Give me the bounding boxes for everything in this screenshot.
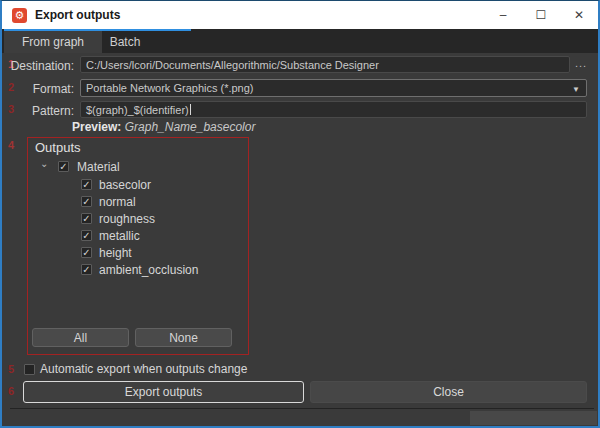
- output-label-ambient-occlusion: ambient_occlusion: [99, 263, 198, 277]
- minimize-button[interactable]: –: [484, 1, 522, 29]
- chevron-down-icon: ▼: [572, 85, 580, 94]
- format-selected-value: Portable Network Graphics (*.png): [86, 82, 254, 94]
- output-checkbox-height[interactable]: ✓: [81, 247, 92, 258]
- annotation-6: 6: [8, 385, 22, 397]
- window-controls: – ☐ ✕: [484, 1, 598, 29]
- all-button[interactable]: All: [32, 328, 129, 347]
- maximize-button[interactable]: ☐: [522, 1, 560, 29]
- output-checkbox-normal[interactable]: ✓: [81, 196, 92, 207]
- format-label: Format:: [2, 82, 74, 96]
- auto-export-label: Automatic export when outputs change: [40, 362, 247, 376]
- output-label-height: height: [99, 246, 132, 260]
- preview-line: Preview: Graph_Name_basecolor: [72, 120, 255, 134]
- title-bar: ⚙ Export outputs – ☐ ✕: [2, 1, 598, 29]
- output-checkbox-metallic[interactable]: ✓: [81, 230, 92, 241]
- tab-bar: From graph Batch: [2, 29, 598, 53]
- none-button[interactable]: None: [135, 328, 232, 347]
- window-title: Export outputs: [35, 8, 120, 22]
- outputs-title: Outputs: [35, 140, 81, 155]
- preview-value: Graph_Name_basecolor: [125, 120, 256, 134]
- tab-from-graph[interactable]: From graph: [4, 31, 102, 53]
- tree-collapse-icon[interactable]: ⌄: [40, 158, 48, 169]
- output-label-roughness: roughness: [99, 212, 155, 226]
- output-checkbox-basecolor[interactable]: ✓: [81, 179, 92, 190]
- pattern-input[interactable]: $(graph)_$(identifier): [80, 101, 587, 118]
- status-bar-divider: [10, 408, 594, 409]
- status-bar-chip: [470, 411, 597, 425]
- pattern-value: $(graph)_$(identifier): [86, 104, 189, 116]
- output-label-metallic: metallic: [99, 229, 140, 243]
- browse-button[interactable]: ...: [575, 57, 587, 69]
- format-select[interactable]: Portable Network Graphics (*.png) ▼: [80, 79, 587, 97]
- destination-label: Destination:: [2, 59, 74, 73]
- annotation-4: 4: [8, 139, 22, 151]
- material-label: Material: [77, 160, 120, 174]
- pattern-label: Pattern:: [2, 104, 74, 118]
- material-checkbox[interactable]: ✓: [58, 161, 69, 172]
- preview-label: Preview:: [72, 120, 121, 134]
- close-dialog-button[interactable]: Close: [310, 381, 587, 403]
- annotation-5: 5: [8, 363, 22, 375]
- text-caret: [190, 104, 191, 115]
- close-button[interactable]: ✕: [560, 1, 598, 29]
- substance-designer-icon: ⚙: [12, 8, 27, 23]
- output-label-basecolor: basecolor: [99, 178, 151, 192]
- output-label-normal: normal: [99, 195, 136, 209]
- export-outputs-button[interactable]: Export outputs: [23, 381, 304, 403]
- export-outputs-dialog: ⚙ Export outputs – ☐ ✕ From graph Batch …: [0, 0, 600, 428]
- output-checkbox-roughness[interactable]: ✓: [81, 213, 92, 224]
- tab-batch[interactable]: Batch: [102, 31, 148, 53]
- output-checkbox-ambient-occlusion[interactable]: ✓: [81, 264, 92, 275]
- auto-export-checkbox[interactable]: [24, 364, 35, 375]
- destination-input[interactable]: C:/Users/lcori/Documents/Allegorithmic/S…: [80, 56, 570, 73]
